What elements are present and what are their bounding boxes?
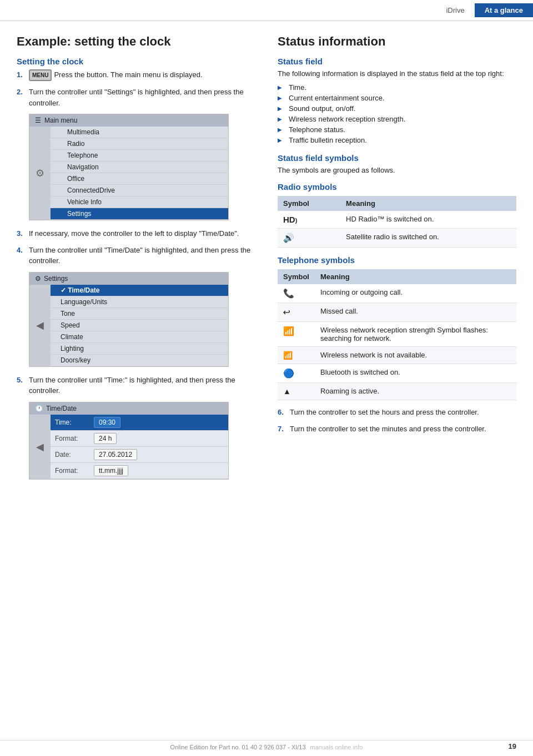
main-section-title: Example: setting the clock — [17, 34, 261, 49]
settings-left-icon: ◀ — [29, 285, 51, 366]
timedate-screenshot: 🕐 Time/Date ◀ Time: 09:30 Format: 24 h D… — [29, 402, 229, 480]
footer-text: Online Edition for Part no. 01 40 2 926 … — [170, 744, 306, 750]
tel-meaning-roaming: Roaming is active. — [315, 383, 516, 400]
tel-table-header-symbol: Symbol — [278, 269, 315, 284]
settings-item-speed: Speed — [51, 320, 228, 331]
menu-item-connecteddrive: ConnectedDrive — [51, 185, 228, 196]
status-item-wireless: Wireless network reception strength. — [278, 114, 516, 124]
menu-item-office: Office — [51, 173, 228, 185]
table-row: 📶 Wireless network reception strength Sy… — [278, 322, 516, 347]
step-1-num: 1. — [17, 69, 29, 81]
settings-item-tone: Tone — [51, 308, 228, 320]
symbols-subtitle: Status field symbols — [278, 153, 516, 163]
table-row: 📞 Incoming or outgoing call. — [278, 284, 516, 303]
main-menu-items-list: Multimedia Radio Telephone Navigation Of… — [51, 127, 228, 220]
radio-table-header-meaning: Meaning — [340, 196, 516, 211]
tel-symbol-roaming: ▲ — [278, 383, 315, 400]
timedate-row-format1: Format: 24 h — [51, 431, 228, 447]
step-2: 2. Turn the controller until "Settings" … — [17, 87, 261, 108]
settings-item-climate: Climate — [51, 331, 228, 343]
step-6-num: 6. — [278, 407, 290, 418]
timedate-row-format2: Format: tt.mm.jjjj — [51, 463, 228, 479]
step-6: 6. Turn the controller to set the hours … — [278, 407, 516, 418]
status-field-list: Time. Current entertainment source. Soun… — [278, 82, 516, 145]
settings-menu-screenshot: ⚙ Settings ◀ Time/Date Language/Units To… — [29, 272, 229, 367]
timedate-label-format1: Format: — [55, 435, 94, 442]
status-section-title: Status information — [278, 34, 516, 49]
header: iDrive At a glance — [0, 0, 533, 21]
step-2-num: 2. — [17, 87, 29, 108]
timedate-value-time: 09:30 — [94, 417, 120, 428]
timedate-row-date: Date: 27.05.2012 — [51, 447, 228, 463]
radio-symbol-satellite: 🔊 — [278, 229, 340, 248]
table-row: HD) HD Radio™ is switched on. — [278, 211, 516, 229]
menu-item-radio: Radio — [51, 138, 228, 150]
step-1-text: MENUPress the button. The main menu is d… — [29, 69, 261, 81]
menu-button-icon: MENU — [29, 69, 52, 81]
main-menu-left-icon: ⚙ — [29, 127, 51, 220]
tel-meaning-call: Incoming or outgoing call. — [315, 284, 516, 303]
settings-item-lighting: Lighting — [51, 343, 228, 355]
radio-meaning-satellite: Satellite radio is switched on. — [340, 229, 516, 248]
menu-item-telephone: Telephone — [51, 150, 228, 162]
timedate-header-label: Time/Date — [46, 405, 77, 412]
tel-table-header-meaning: Meaning — [315, 269, 516, 284]
step-3-num: 3. — [17, 228, 29, 239]
header-nav: iDrive At a glance — [436, 3, 533, 17]
menu-item-multimedia: Multimedia — [51, 127, 228, 138]
settings-menu-header: ⚙ Settings — [29, 273, 228, 285]
menu-header-icon: ☰ — [35, 117, 41, 124]
footer-watermark: manuals online.info — [310, 744, 363, 750]
table-row: 📶 Wireless network is not available. — [278, 347, 516, 364]
timedate-value-date: 27.05.2012 — [94, 449, 137, 460]
main-menu-body: ⚙ Multimedia Radio Telephone Navigation … — [29, 127, 228, 220]
tel-symbol-no-network: 📶 — [278, 347, 315, 364]
step-2-text: Turn the controller until "Settings" is … — [29, 87, 261, 108]
main-menu-screenshot: ☰ Main menu ⚙ Multimedia Radio Telephone… — [29, 114, 229, 220]
step-7: 7. Turn the controller to set the minute… — [278, 424, 516, 435]
page-number: 19 — [509, 742, 516, 750]
tab-at-a-glance[interactable]: At a glance — [475, 3, 533, 17]
settings-item-languageunits: Language/Units — [51, 296, 228, 308]
menu-item-settings: Settings — [51, 208, 228, 220]
main-menu-header: ☰ Main menu — [29, 114, 228, 127]
step-6-text: Turn the controller to set the hours and… — [290, 407, 516, 418]
tab-idrive[interactable]: iDrive — [436, 3, 474, 17]
settings-header-label: Settings — [44, 275, 68, 283]
tel-meaning-missed: Missed call. — [315, 303, 516, 322]
tel-symbol-call: 📞 — [278, 284, 315, 303]
timedate-rows: Time: 09:30 Format: 24 h Date: 27.05.201… — [51, 415, 228, 479]
status-field-desc: The following information is displayed i… — [278, 69, 516, 78]
step-4-num: 4. — [17, 245, 29, 266]
timedate-row-time: Time: 09:30 — [51, 415, 228, 431]
setting-clock-subtitle: Setting the clock — [17, 57, 261, 66]
timedate-label-format2: Format: — [55, 467, 94, 475]
main-content: Example: setting the clock Setting the c… — [0, 21, 533, 501]
tel-symbol-strength: 📶 — [278, 322, 315, 347]
step-3-text: If necessary, move the controller to the… — [29, 228, 261, 239]
left-column: Example: setting the clock Setting the c… — [17, 34, 261, 487]
menu-item-vehicleinfo: Vehicle Info — [51, 196, 228, 208]
right-column: Status information Status field The foll… — [278, 34, 516, 487]
status-field-subtitle: Status field — [278, 57, 516, 66]
main-menu-header-label: Main menu — [44, 117, 77, 124]
step-5-text: Turn the controller until "Time:" is hig… — [29, 375, 261, 396]
menu-item-navigation: Navigation — [51, 162, 228, 173]
timedate-icon: 🕐 — [35, 405, 43, 412]
radio-symbols-subtitle: Radio symbols — [278, 182, 516, 191]
status-item-sound: Sound output, on/off. — [278, 103, 516, 114]
step-4-text: Turn the controller until "Time/Date" is… — [29, 245, 261, 266]
status-item-traffic: Traffic bulletin reception. — [278, 135, 516, 145]
settings-menu-body: ◀ Time/Date Language/Units Tone Speed Cl… — [29, 285, 228, 366]
step-3: 3. If necessary, move the controller to … — [17, 228, 261, 239]
step-5: 5. Turn the controller until "Time:" is … — [17, 375, 261, 396]
timedate-body: ◀ Time: 09:30 Format: 24 h Date: 27.05.2… — [29, 415, 228, 479]
radio-table-header-symbol: Symbol — [278, 196, 340, 211]
timedate-value-format1: 24 h — [94, 433, 117, 444]
table-row: 🔵 Bluetooth is switched on. — [278, 364, 516, 383]
radio-meaning-hd: HD Radio™ is switched on. — [340, 211, 516, 229]
step-7-text: Turn the controller to set the minutes a… — [290, 424, 516, 435]
symbols-desc: The symbols are grouped as follows. — [278, 166, 516, 174]
timedate-header: 🕐 Time/Date — [29, 402, 228, 415]
timedate-label-time: Time: — [55, 419, 94, 426]
